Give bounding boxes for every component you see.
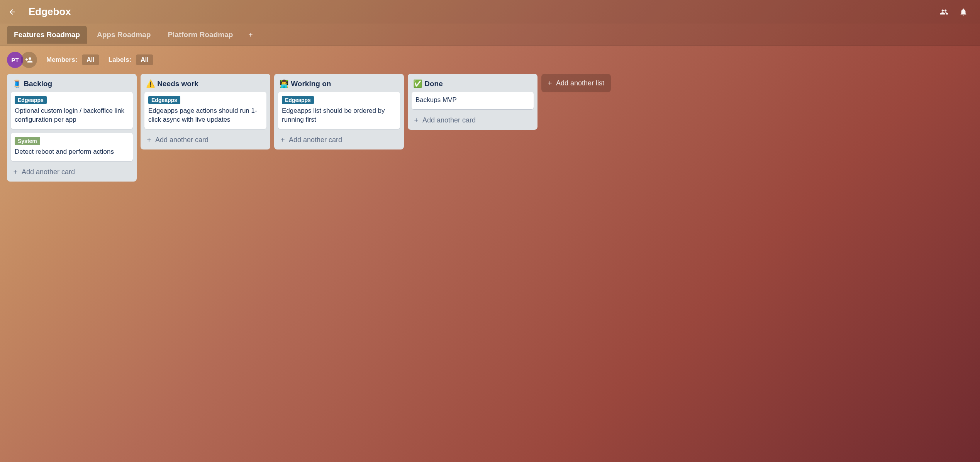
bell-icon <box>959 8 968 16</box>
list-title[interactable]: 👨‍💻 Working on <box>278 78 400 88</box>
card[interactable]: System Detect reboot and perform actions <box>11 133 133 161</box>
card-text: Optional custom login / backoffice link … <box>15 107 129 124</box>
list-title[interactable]: 🧵 Backlog <box>11 78 133 88</box>
tab-label: Platform Roadmap <box>168 31 233 39</box>
card[interactable]: Edgeapps Edgeapps list should be ordered… <box>278 92 400 129</box>
notifications-button[interactable] <box>959 8 968 16</box>
filter-bar: PT Members: All Labels: All <box>0 46 980 74</box>
add-member-button[interactable] <box>21 52 37 68</box>
add-card-button[interactable]: Add another card <box>11 165 133 178</box>
add-card-button[interactable]: Add another card <box>144 133 266 146</box>
tab-label: Features Roadmap <box>14 31 80 39</box>
back-button[interactable] <box>7 7 18 17</box>
labels-filter-label: Labels: <box>109 56 132 64</box>
card-label[interactable]: Edgeapps <box>15 96 47 104</box>
card-label[interactable]: Edgeapps <box>282 96 314 104</box>
card-text: Edgeapps page actions should run 1-click… <box>148 107 263 124</box>
card[interactable]: Edgeapps Edgeapps page actions should ru… <box>144 92 266 129</box>
person-add-icon <box>25 56 33 64</box>
plus-icon <box>146 137 152 143</box>
app-header: Edgebox <box>0 0 980 24</box>
card-text: Detect reboot and perform actions <box>15 148 129 156</box>
add-card-label: Add another card <box>422 116 476 124</box>
board-title[interactable]: Edgebox <box>29 6 71 18</box>
plus-icon <box>280 137 286 143</box>
tab-features-roadmap[interactable]: Features Roadmap <box>7 26 87 44</box>
arrow-left-icon <box>8 8 16 16</box>
add-list-button[interactable]: Add another list <box>541 74 611 92</box>
card[interactable]: Backups MVP <box>412 92 534 109</box>
people-icon <box>940 8 948 16</box>
list-title[interactable]: ✅ Done <box>412 78 534 88</box>
tab-apps-roadmap[interactable]: Apps Roadmap <box>90 26 158 44</box>
header-left: Edgebox <box>7 6 71 18</box>
card[interactable]: Edgeapps Optional custom login / backoff… <box>11 92 133 129</box>
add-card-label: Add another card <box>155 136 209 144</box>
avatar-stack: PT <box>7 52 37 68</box>
add-card-button[interactable]: Add another card <box>412 113 534 126</box>
list-done: ✅ Done Backups MVP Add another card <box>408 74 537 130</box>
plus-icon <box>413 117 419 123</box>
add-card-button[interactable]: Add another card <box>278 133 400 146</box>
labels-filter-value[interactable]: All <box>136 54 153 65</box>
tab-bar: Features Roadmap Apps Roadmap Platform R… <box>0 24 980 46</box>
header-right <box>940 8 973 16</box>
list-working-on: 👨‍💻 Working on Edgeapps Edgeapps list sh… <box>274 74 404 149</box>
members-button[interactable] <box>940 8 948 16</box>
board: 🧵 Backlog Edgeapps Optional custom login… <box>0 74 980 189</box>
card-labels: Edgeapps <box>148 96 263 104</box>
plus-icon <box>12 169 19 175</box>
tab-platform-roadmap[interactable]: Platform Roadmap <box>161 26 240 44</box>
tab-label: Apps Roadmap <box>97 31 151 39</box>
plus-icon <box>547 80 553 86</box>
card-labels: Edgeapps <box>15 96 129 104</box>
list-backlog: 🧵 Backlog Edgeapps Optional custom login… <box>7 74 137 182</box>
card-labels: System <box>15 137 129 145</box>
card-label[interactable]: System <box>15 137 40 145</box>
add-card-label: Add another card <box>22 168 75 176</box>
members-filter-label: Members: <box>46 56 77 64</box>
card-labels: Edgeapps <box>282 96 396 104</box>
plus-icon <box>248 32 254 38</box>
add-list-label: Add another list <box>556 79 604 87</box>
members-filter-value[interactable]: All <box>82 54 99 65</box>
list-title[interactable]: ⚠️ Needs work <box>144 78 266 88</box>
add-tab-button[interactable] <box>243 32 258 38</box>
card-text: Edgeapps list should be ordered by runni… <box>282 107 396 124</box>
list-needs-work: ⚠️ Needs work Edgeapps Edgeapps page act… <box>141 74 270 149</box>
card-text: Backups MVP <box>415 96 530 105</box>
card-label[interactable]: Edgeapps <box>148 96 180 104</box>
add-card-label: Add another card <box>289 136 342 144</box>
